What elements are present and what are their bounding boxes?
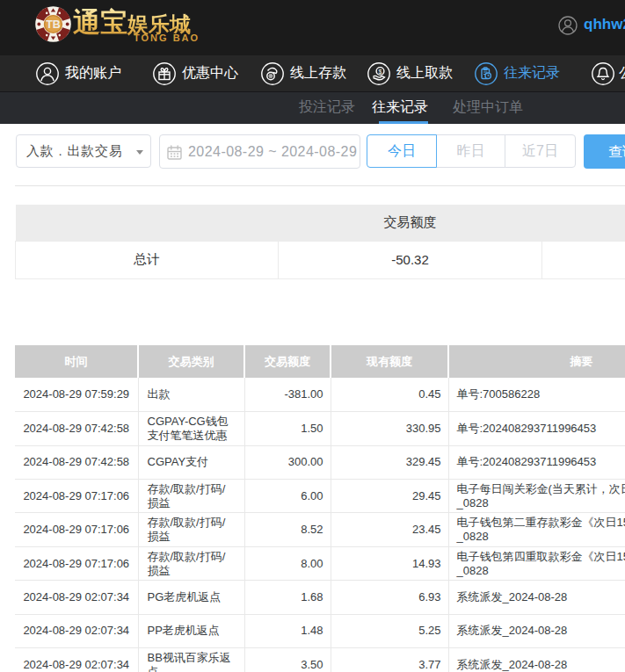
svg-text:$: $ (379, 68, 382, 74)
svg-text:TB: TB (46, 18, 61, 31)
